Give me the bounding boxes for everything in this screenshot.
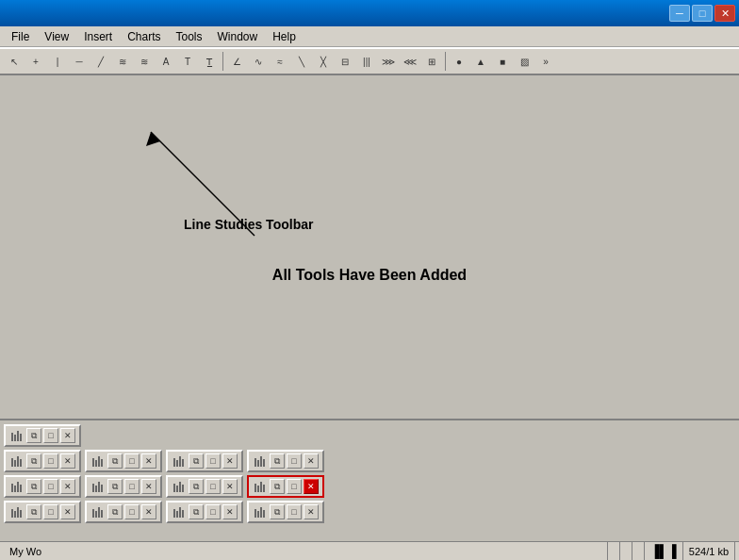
chart-window-1-1: ⧉□✕ — [85, 450, 162, 472]
maximize-button[interactable]: □ — [692, 5, 713, 22]
minimize-button[interactable]: ─ — [669, 5, 690, 22]
svg-rect-30 — [173, 484, 175, 492]
restore-button[interactable]: ⧉ — [107, 453, 123, 469]
maximize-button[interactable]: □ — [205, 504, 221, 519]
restore-button[interactable]: ⧉ — [189, 453, 204, 469]
toolbar-btn-fan2[interactable]: ⋘ — [400, 51, 420, 72]
maximize-button[interactable]: □ — [287, 479, 302, 494]
restore-button[interactable]: ⧉ — [107, 479, 123, 494]
svg-rect-49 — [182, 510, 184, 518]
toolbar-btn-grid[interactable]: ⊞ — [421, 51, 442, 72]
menu-item-tools[interactable]: Tools — [169, 28, 210, 45]
svg-rect-39 — [14, 511, 16, 518]
toolbar-btn-regression2[interactable]: ≋ — [134, 51, 155, 72]
close-button[interactable]: ✕ — [304, 504, 319, 519]
svg-rect-51 — [257, 511, 259, 518]
toolbar-btn-text3[interactable]: T̲ — [199, 51, 220, 72]
toolbar-btn-wave[interactable]: ∿ — [248, 51, 269, 72]
close-button[interactable]: ✕ — [60, 453, 75, 469]
svg-rect-11 — [95, 460, 97, 467]
menu-item-insert[interactable]: Insert — [76, 28, 120, 45]
toolbar-btn-fan[interactable]: ⋙ — [378, 51, 399, 72]
restore-button[interactable]: ⧉ — [26, 504, 41, 519]
svg-rect-17 — [182, 459, 184, 467]
menu-item-view[interactable]: View — [37, 28, 76, 45]
maximize-button[interactable]: □ — [124, 479, 140, 494]
toolbar-btn-vertical-line[interactable]: | — [47, 51, 68, 72]
chart-window-3-0: ⧉□✕ — [4, 501, 81, 523]
chart-window-1-0: ⧉□✕ — [4, 450, 81, 472]
restore-button[interactable]: ⧉ — [107, 504, 123, 519]
maximize-button[interactable]: □ — [124, 504, 140, 519]
close-button[interactable]: ✕ — [60, 479, 75, 494]
restore-button[interactable]: ⧉ — [270, 504, 285, 519]
close-button[interactable]: ✕ — [714, 5, 735, 22]
svg-rect-3 — [14, 435, 16, 441]
chart-window-3-3: ⧉□✕ — [247, 501, 324, 523]
svg-rect-41 — [20, 510, 22, 518]
svg-rect-42 — [92, 509, 94, 518]
toolbar-btn-horizontal-line[interactable]: ─ — [69, 51, 90, 72]
close-button[interactable]: ✕ — [141, 504, 156, 519]
close-button[interactable]: ✕ — [304, 479, 319, 494]
maximize-button[interactable]: □ — [43, 504, 58, 519]
chart-icon — [253, 504, 268, 519]
restore-button[interactable]: ⧉ — [189, 504, 204, 519]
restore-button[interactable]: ⧉ — [189, 479, 204, 494]
close-button[interactable]: ✕ — [222, 479, 238, 494]
svg-rect-6 — [11, 458, 13, 467]
close-button[interactable]: ✕ — [141, 453, 156, 469]
toolbar-btn-line2[interactable]: ╳ — [313, 51, 334, 72]
close-button[interactable]: ✕ — [60, 504, 75, 519]
toolbar-btn-ellipse[interactable]: ● — [449, 51, 469, 72]
restore-button[interactable]: ⧉ — [26, 453, 41, 469]
svg-rect-18 — [255, 458, 256, 467]
menu-item-file[interactable]: File — [4, 28, 37, 45]
svg-rect-9 — [20, 459, 22, 467]
toolbar-btn-text[interactable]: A — [156, 51, 176, 72]
svg-rect-15 — [176, 460, 178, 467]
close-button[interactable]: ✕ — [222, 453, 238, 469]
maximize-button[interactable]: □ — [205, 453, 221, 469]
maximize-button[interactable]: □ — [43, 453, 58, 469]
restore-button[interactable]: ⧉ — [26, 428, 41, 443]
close-button[interactable]: ✕ — [304, 453, 319, 469]
maximize-button[interactable]: □ — [43, 479, 58, 494]
close-button[interactable]: ✕ — [141, 479, 156, 494]
svg-rect-48 — [179, 507, 181, 518]
restore-button[interactable]: ⧉ — [26, 479, 41, 494]
toolbar-btn-regression[interactable]: ≋ — [112, 51, 133, 72]
toolbar-btn-wave2[interactable]: ≈ — [270, 51, 290, 72]
toolbar-btn-more[interactable]: » — [535, 51, 556, 72]
maximize-button[interactable]: □ — [287, 504, 302, 519]
close-button[interactable]: ✕ — [222, 504, 238, 519]
toolbar-btn-bars[interactable]: ||| — [356, 51, 377, 72]
svg-rect-22 — [11, 484, 13, 492]
toolbar-btn-parallel[interactable]: ⊟ — [335, 51, 355, 72]
svg-rect-25 — [20, 485, 22, 492]
menu-item-charts[interactable]: Charts — [120, 28, 168, 45]
toolbar-btn-hash[interactable]: ▨ — [514, 51, 534, 72]
restore-button[interactable]: ⧉ — [270, 453, 285, 469]
svg-rect-35 — [257, 486, 259, 492]
maximize-button[interactable]: □ — [205, 479, 221, 494]
svg-rect-8 — [17, 456, 19, 467]
toolbar-btn-line1[interactable]: ╲ — [291, 51, 312, 72]
toolbar-btn-triangle[interactable]: ▲ — [470, 51, 491, 72]
chart-icon — [253, 453, 268, 469]
menu-item-window[interactable]: Window — [210, 28, 266, 45]
toolbar-btn-trendline[interactable]: ╱ — [90, 51, 111, 72]
maximize-button[interactable]: □ — [287, 453, 302, 469]
toolbar-btn-text2[interactable]: T — [177, 51, 198, 72]
menu-item-help[interactable]: Help — [265, 28, 304, 45]
toolbar-btn-angle[interactable]: ∠ — [226, 51, 247, 72]
status-section-2 — [608, 542, 620, 560]
restore-button[interactable]: ⧉ — [270, 479, 285, 494]
maximize-button[interactable]: □ — [43, 428, 58, 443]
svg-rect-4 — [17, 431, 19, 441]
toolbar-btn-crosshair[interactable]: + — [25, 51, 46, 72]
toolbar-btn-rect[interactable]: ■ — [492, 51, 513, 72]
toolbar-btn-pointer[interactable]: ↖ — [4, 51, 25, 72]
close-button[interactable]: ✕ — [60, 428, 75, 443]
maximize-button[interactable]: □ — [124, 453, 140, 469]
